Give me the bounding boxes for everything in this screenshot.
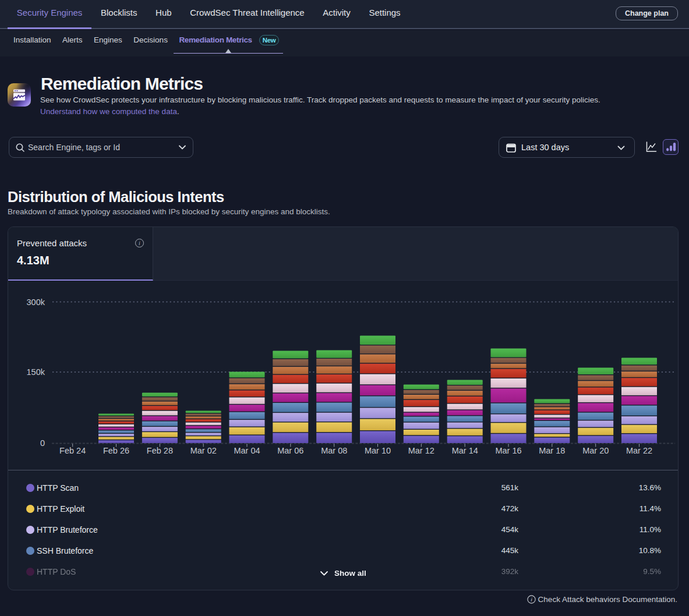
svg-text:Mar 08: Mar 08: [321, 446, 347, 455]
svg-text:Mar 16: Mar 16: [495, 446, 521, 455]
svg-text:150k: 150k: [27, 367, 45, 377]
svg-text:Feb 24: Feb 24: [59, 446, 86, 455]
svg-text:Mar 02: Mar 02: [190, 446, 217, 455]
svg-text:Feb 28: Feb 28: [147, 446, 173, 455]
svg-text:Mar 04: Mar 04: [234, 446, 260, 455]
svg-text:Mar 12: Mar 12: [408, 446, 434, 455]
svg-text:Mar 22: Mar 22: [626, 446, 652, 455]
svg-text:Mar 20: Mar 20: [582, 446, 609, 455]
svg-text:Mar 10: Mar 10: [365, 446, 391, 455]
svg-text:Mar 14: Mar 14: [452, 446, 478, 455]
svg-text:300k: 300k: [27, 298, 45, 307]
svg-text:Feb 26: Feb 26: [103, 446, 129, 455]
svg-text:Mar 06: Mar 06: [277, 446, 303, 455]
svg-text:0: 0: [40, 438, 45, 448]
svg-text:i: i: [531, 596, 532, 603]
svg-text:Mar 18: Mar 18: [539, 446, 565, 455]
